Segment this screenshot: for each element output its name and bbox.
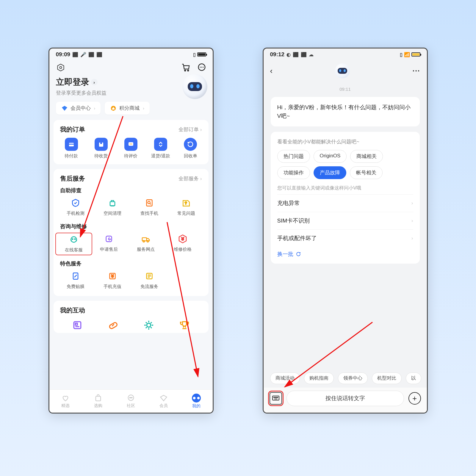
svg-marker-42 <box>160 395 167 401</box>
svg-text:¥: ¥ <box>111 274 114 278</box>
svg-point-2 <box>184 70 186 71</box>
status-bar: 09:12 ◐ ⬛ ⬛ ☁ ▯ 📶 <box>264 48 427 60</box>
interact-section: 我的互动 <box>54 301 209 333</box>
trophy-icon[interactable] <box>178 319 190 331</box>
order-pending-review[interactable]: 待评价 <box>117 138 145 159</box>
member-center-chip[interactable]: 会员中心› <box>56 102 101 115</box>
svg-point-3 <box>187 70 189 71</box>
post-icon[interactable] <box>71 319 83 331</box>
refresh-link[interactable]: 换一批 <box>277 250 413 258</box>
cart-icon[interactable] <box>182 63 191 72</box>
phone-check[interactable]: 手机检测 <box>57 198 94 216</box>
points-mall-chip[interactable]: 积分商城› <box>105 102 150 115</box>
svg-point-21 <box>72 239 73 239</box>
faq-row[interactable]: 手机或配件坏了› <box>277 229 413 247</box>
login-title[interactable]: 立即登录 <box>56 76 89 88</box>
svg-text:¥: ¥ <box>181 237 184 241</box>
header <box>49 60 213 75</box>
chevron-right-icon[interactable]: › <box>91 79 98 85</box>
pill-icon[interactable] <box>107 319 119 331</box>
all-orders-link[interactable]: 全部订单 <box>178 126 202 133</box>
all-service-link[interactable]: 全部服务 <box>178 175 202 182</box>
svg-point-15 <box>131 144 132 145</box>
pill-function[interactable]: 功能操作 <box>277 166 310 179</box>
order-recycle[interactable]: 回收单 <box>176 138 205 159</box>
consult-repair-title: 咨询与维修 <box>57 223 206 234</box>
svg-point-40 <box>131 397 131 398</box>
status-bar: 09:09 ⬛ 🎤 ⬛ ⬛ ▯ <box>49 48 213 60</box>
find-phone[interactable]: 查找手机 <box>131 198 168 216</box>
pill-mall[interactable]: 商城相关 <box>350 150 383 163</box>
svg-rect-37 <box>96 396 101 401</box>
tab-featured[interactable]: 精选 <box>49 390 82 413</box>
svg-point-41 <box>131 397 132 398</box>
chip-compare[interactable]: 机型对比 <box>372 372 402 384</box>
chip-buy-guide[interactable]: 购机指南 <box>304 372 334 384</box>
pill-hot[interactable]: 热门问题 <box>277 150 310 163</box>
faq-row[interactable]: 充电异常› <box>277 194 413 212</box>
card-top-text: 看看全能的小V都能解决什么问题吧~ <box>277 138 413 145</box>
svg-point-44 <box>197 397 200 400</box>
card-sub-text: 您可以直接输入关键词或像这样问小V哦 <box>277 185 413 191</box>
order-pending-receive[interactable]: 待收货 <box>87 138 115 159</box>
svg-point-14 <box>131 144 131 145</box>
category-pills: 热门问题 OriginOS 商城相关 功能操作 产品故障 帐号相关 <box>277 150 413 179</box>
plus-icon[interactable]: + <box>408 392 421 405</box>
svg-rect-16 <box>110 202 115 206</box>
svg-point-43 <box>193 397 195 400</box>
svg-point-48 <box>274 397 274 398</box>
online-support[interactable]: 在线客服 <box>55 233 92 255</box>
greeting-message: Hi，亲爱的V粉，新年快乐！有什么问题，不妨问问小V吧~ <box>271 97 420 126</box>
settings-hex-icon[interactable] <box>56 63 65 72</box>
chat-header: ‹ ··· <box>264 60 427 81</box>
more-icon[interactable]: ··· <box>412 67 420 75</box>
space-clean[interactable]: 空间清理 <box>94 198 131 216</box>
status-icon: ⬛ <box>72 52 78 57</box>
phone-recharge[interactable]: ¥手机充值 <box>94 271 131 289</box>
badge-icon: ⬛ <box>96 52 102 57</box>
service-title: 售后服务 <box>60 174 85 183</box>
pill-originos[interactable]: OriginOS <box>314 150 347 163</box>
back-icon[interactable]: ‹ <box>270 66 273 76</box>
keyboard-toggle-icon[interactable] <box>270 392 282 405</box>
status-time: 09:12 <box>270 51 285 58</box>
apply-aftersale[interactable]: 申请售后 <box>90 234 127 253</box>
tab-community[interactable]: 社区 <box>115 390 147 413</box>
bottom-tabbar: 精选 选购 社区 会员 我的 <box>49 389 213 413</box>
pill-account[interactable]: 帐号相关 <box>350 166 383 179</box>
message-icon[interactable] <box>197 63 206 72</box>
order-refund[interactable]: 退货/退款 <box>147 138 175 159</box>
quick-chips: 会员中心› 积分商城› <box>49 102 213 120</box>
tab-member[interactable]: 会员 <box>147 390 180 413</box>
service-center[interactable]: 服务网点 <box>127 234 164 253</box>
free-film[interactable]: 免费贴膜 <box>57 271 94 289</box>
pill-product-fault[interactable]: 产品故障 <box>314 166 346 179</box>
tab-mine[interactable]: 我的 <box>180 390 213 413</box>
repair-price[interactable]: ¥维修价格 <box>164 234 201 253</box>
free-data[interactable]: 免流服务 <box>131 271 168 289</box>
faq-row[interactable]: SIM卡不识别› <box>277 212 413 229</box>
badge-icon: ⬛ <box>88 52 94 57</box>
voice-input-button[interactable]: 按住说话转文字 <box>286 391 404 406</box>
svg-point-1 <box>60 67 62 69</box>
order-pending-pay[interactable]: 待付款 <box>57 138 85 159</box>
faq[interactable]: ?常见问题 <box>168 198 205 216</box>
status-time: 09:09 <box>56 51 71 58</box>
svg-point-39 <box>129 397 130 398</box>
mic-icon: 🎤 <box>80 52 86 57</box>
bot-avatar-small <box>335 63 350 78</box>
status-icon: ⬛ <box>301 52 307 57</box>
battery-icon <box>411 52 420 57</box>
phone-right: 09:12 ◐ ⬛ ⬛ ☁ ▯ 📶 ‹ ··· 09:11 Hi，亲爱的V粉，新… <box>263 48 428 414</box>
bot-avatar[interactable] <box>182 74 207 99</box>
quick-reply-chips: 商城活动 购机指南 领券中心 机型对比 以 <box>264 372 427 388</box>
input-bar: 按住说话转文字 + <box>264 388 427 413</box>
tab-shop[interactable]: 选购 <box>82 390 115 413</box>
chip-mall-activity[interactable]: 商城活动 <box>270 372 300 384</box>
suggestion-card: 看看全能的小V都能解决什么问题吧~ 热门问题 OriginOS 商城相关 功能操… <box>271 132 420 264</box>
gear-icon[interactable] <box>143 319 155 331</box>
svg-rect-34 <box>75 323 77 325</box>
chip-more[interactable]: 以 <box>406 372 421 384</box>
svg-text:?: ? <box>185 201 187 205</box>
chip-coupon[interactable]: 领券中心 <box>338 372 368 384</box>
